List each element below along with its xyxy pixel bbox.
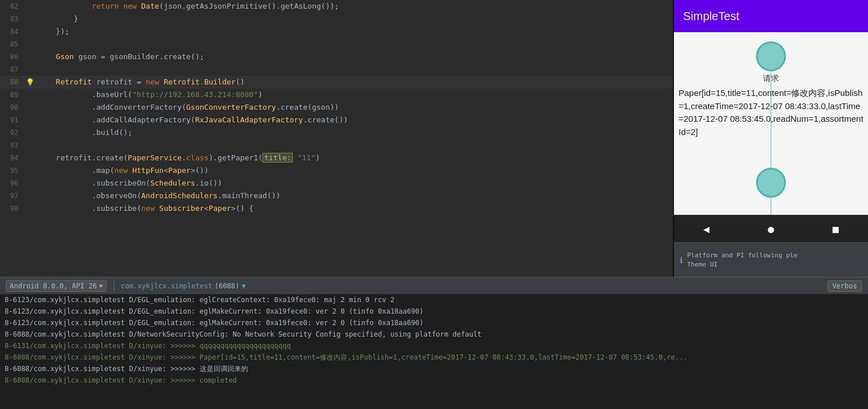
app-screen: SimpleTest 请求 Paper[id=15,title=11,conte… [674, 0, 868, 242]
line-content: .subscribe(new Subscriber<Paper>() { [36, 202, 673, 215]
line-number: 91 [0, 114, 24, 126]
app-package: com.xykjlcx.simpletest [121, 282, 212, 290]
line-content: .addConverterFactory(GsonConverterFactor… [36, 101, 673, 114]
line-number: 86 [0, 51, 24, 63]
line-number: 83 [0, 13, 24, 25]
main-area: 82 return new Date(json.getAsJsonPrimiti… [0, 0, 868, 277]
line-number: 96 [0, 177, 24, 190]
line-content: .build(); [36, 126, 673, 139]
line-content: }); [36, 25, 673, 38]
log-line-2: 8-6123/com.xykjlcx.simpletest D/EGL_emul… [0, 306, 868, 317]
code-line-87: 87 [0, 63, 673, 76]
info-icon: ℹ [680, 256, 683, 265]
code-line-92: 92 .build(); [0, 126, 673, 139]
request-label: 请求 [763, 74, 779, 84]
line-number: 84 [0, 25, 24, 38]
code-line-93: 93 [0, 139, 673, 152]
param-hint: title: [262, 153, 293, 163]
log-line-7: 8-6088/com.xykjlcx.simpletest D/xinyue: … [0, 363, 868, 375]
line-gutter-bulb: 💡 [24, 76, 36, 88]
line-content: Retrofit retrofit = new Retrofit.Builder… [36, 76, 673, 88]
code-line-88: 88 💡 Retrofit retrofit = new Retrofit.Bu… [0, 76, 673, 88]
home-button[interactable]: ● [760, 217, 782, 240]
device-selector[interactable]: Android 8.0.0, API 26 ▼ [6, 280, 107, 292]
line-number: 94 [0, 152, 24, 164]
log-line-4: 8-6088/com.xykjlcx.simpletest D/NetworkS… [0, 329, 868, 340]
line-number: 85 [0, 38, 24, 51]
line-number: 92 [0, 126, 24, 139]
line-number: 82 [0, 0, 24, 13]
line-content: .baseUrl("http://192.168.43.214:8080") [36, 88, 673, 101]
bottom-toolbar: Android 8.0.0, API 26 ▼ com.xykjlcx.simp… [0, 277, 868, 294]
info-line2: Theme UI [687, 260, 797, 269]
emulator-panel: SimpleTest 请求 Paper[id=15,title=11,conte… [673, 0, 868, 277]
bottom-circle [756, 168, 786, 198]
request-circle [756, 41, 786, 71]
line-content: .observeOn(AndroidSchedulers.mainThread(… [36, 190, 673, 202]
line-content: .addCallAdapterFactory(RxJavaCallAdapter… [36, 114, 673, 126]
code-line-91: 91 .addCallAdapterFactory(RxJavaCallAdap… [0, 114, 673, 126]
pid-label: (6088) [215, 282, 239, 290]
info-text: Platform and PI following ple Theme UI [687, 251, 797, 269]
code-line-95: 95 .map(new HttpFun<Paper>()) [0, 164, 673, 177]
code-line-83: 83 } [0, 13, 673, 25]
response-text: Paper[id=15,title=11,content=修改内容,isPubl… [679, 87, 863, 138]
line-number: 97 [0, 190, 24, 202]
code-line-90: 90 .addConverterFactory(GsonConverterFac… [0, 101, 673, 114]
code-line-96: 96 .subscribeOn(Schedulers.io()) [0, 177, 673, 190]
line-content: return new Date(json.getAsJsonPrimitive(… [36, 0, 673, 13]
dropdown-arrow: ▼ [99, 283, 103, 289]
line-content: .subscribeOn(Schedulers.io()) [36, 177, 673, 190]
app-dropdown-arrow: ▼ [242, 282, 246, 290]
info-line1: Platform and PI following ple [687, 251, 797, 260]
code-lines: 82 return new Date(json.getAsJsonPrimiti… [0, 0, 673, 277]
line-number: 98 [0, 202, 24, 215]
app-id-selector[interactable]: com.xykjlcx.simpletest (6088) ▼ [121, 282, 246, 290]
line-number: 90 [0, 101, 24, 114]
line-content: Gson gson = gsonBuilder.create(); [36, 51, 673, 63]
code-line-84: 84 }); [0, 25, 673, 38]
back-button[interactable]: ◀ [695, 217, 718, 240]
line-content: .map(new HttpFun<Paper>()) [36, 164, 673, 177]
nav-bar: ◀ ● ■ [674, 215, 868, 242]
code-line-86: 86 Gson gson = gsonBuilder.create(); [0, 51, 673, 63]
toolbar-divider [114, 280, 114, 292]
log-line-8: 8-6088/com.xykjlcx.simpletest D/xinyue: … [0, 375, 868, 386]
bulb-icon: 💡 [26, 76, 34, 88]
recent-button[interactable]: ■ [824, 217, 847, 240]
code-line-97: 97 .observeOn(AndroidSchedulers.mainThre… [0, 190, 673, 202]
log-area: 8-6123/com.xykjlcx.simpletest D/EGL_emul… [0, 294, 868, 409]
line-number: 87 [0, 63, 24, 76]
code-line-89: 89 .baseUrl("http://192.168.43.214:8080"… [0, 88, 673, 101]
code-line-98: 98 .subscribe(new Subscriber<Paper>() { [0, 202, 673, 215]
bottom-info-panel: ℹ Platform and PI following ple Theme UI [674, 242, 868, 277]
code-line-85: 85 [0, 38, 673, 51]
app-content: 请求 Paper[id=15,title=11,content=修改内容,isP… [674, 32, 868, 215]
emulator-device: SimpleTest 请求 Paper[id=15,title=11,conte… [674, 0, 868, 242]
line-content: retrofit.create(PaperService.class).getP… [36, 152, 673, 164]
line-number: 88 [0, 76, 24, 88]
line-number: 95 [0, 164, 24, 177]
log-line-3: 8-6123/com.xykjlcx.simpletest D/EGL_emul… [0, 317, 868, 329]
line-number: 89 [0, 88, 24, 101]
request-bubble: 请求 [756, 41, 786, 84]
code-line-94: 94 retrofit.create(PaperService.class).g… [0, 152, 673, 164]
code-editor: 82 return new Date(json.getAsJsonPrimiti… [0, 0, 673, 277]
verbose-button[interactable]: Verbos [827, 280, 862, 292]
log-line-5: 8-6131/com.xykjlcx.simpletest D/xinyue: … [0, 340, 868, 352]
code-line-82: 82 return new Date(json.getAsJsonPrimiti… [0, 0, 673, 13]
line-number: 93 [0, 139, 24, 152]
log-line-6: 8-6088/com.xykjlcx.simpletest D/xinyue: … [0, 352, 868, 363]
line-content: } [36, 13, 673, 25]
log-line-1: 8-6123/com.xykjlcx.simpletest D/EGL_emul… [0, 294, 868, 306]
device-name: Android 8.0.0, API 26 [10, 282, 97, 290]
app-title: SimpleTest [683, 10, 739, 23]
app-toolbar: SimpleTest [674, 0, 868, 32]
